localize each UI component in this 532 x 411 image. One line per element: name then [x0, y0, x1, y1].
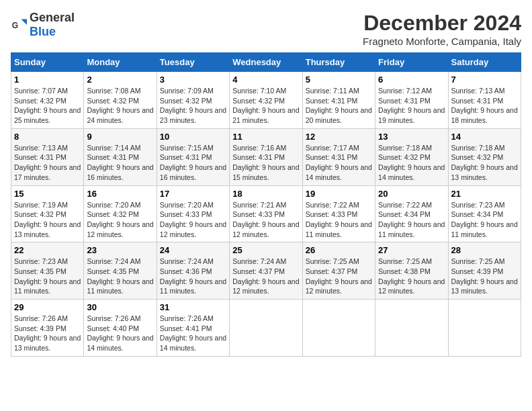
- day-info: Sunrise: 7:21 AMSunset: 4:33 PMDaylight:…: [232, 200, 299, 240]
- calendar-header-row: SundayMondayTuesdayWednesdayThursdayFrid…: [11, 53, 521, 72]
- day-header-monday: Monday: [84, 53, 157, 72]
- location-title: Fragneto Monforte, Campania, Italy: [363, 36, 521, 47]
- day-info: Sunrise: 7:26 AMSunset: 4:39 PMDaylight:…: [14, 314, 81, 353]
- day-number: 5: [306, 75, 372, 85]
- calendar-cell: 4Sunrise: 7:10 AMSunset: 4:32 PMDaylight…: [230, 72, 302, 129]
- day-info: Sunrise: 7:26 AMSunset: 4:40 PMDaylight:…: [87, 314, 153, 353]
- day-info: Sunrise: 7:25 AMSunset: 4:39 PMDaylight:…: [451, 257, 518, 296]
- day-info: Sunrise: 7:24 AMSunset: 4:35 PMDaylight:…: [87, 257, 153, 296]
- logo-blue: Blue: [30, 25, 56, 38]
- calendar-cell: 7Sunrise: 7:13 AMSunset: 4:31 PMDaylight…: [448, 72, 521, 129]
- calendar-cell: 24Sunrise: 7:24 AMSunset: 4:36 PMDayligh…: [157, 242, 229, 300]
- calendar-cell: [375, 300, 448, 357]
- logo-general: General: [30, 11, 75, 24]
- day-header-friday: Friday: [375, 53, 448, 72]
- day-number: 8: [14, 132, 81, 142]
- day-number: 24: [160, 245, 226, 255]
- day-number: 27: [378, 245, 445, 255]
- day-number: 26: [306, 245, 372, 255]
- calendar-cell: 13Sunrise: 7:18 AMSunset: 4:32 PMDayligh…: [375, 128, 448, 185]
- day-info: Sunrise: 7:24 AMSunset: 4:36 PMDaylight:…: [160, 257, 226, 296]
- calendar-cell: 10Sunrise: 7:15 AMSunset: 4:31 PMDayligh…: [157, 128, 229, 185]
- day-info: Sunrise: 7:12 AMSunset: 4:31 PMDaylight:…: [378, 86, 445, 126]
- calendar-cell: 20Sunrise: 7:22 AMSunset: 4:34 PMDayligh…: [375, 185, 448, 242]
- svg-text:G: G: [12, 21, 18, 30]
- calendar-cell: 26Sunrise: 7:25 AMSunset: 4:37 PMDayligh…: [302, 242, 375, 300]
- day-info: Sunrise: 7:11 AMSunset: 4:31 PMDaylight:…: [306, 86, 372, 126]
- week-row-4: 22Sunrise: 7:23 AMSunset: 4:35 PMDayligh…: [11, 242, 521, 300]
- calendar-cell: 28Sunrise: 7:25 AMSunset: 4:39 PMDayligh…: [448, 242, 521, 300]
- calendar-cell: 15Sunrise: 7:19 AMSunset: 4:32 PMDayligh…: [11, 185, 84, 242]
- day-number: 12: [306, 132, 372, 142]
- day-info: Sunrise: 7:13 AMSunset: 4:31 PMDaylight:…: [14, 143, 81, 183]
- calendar-cell: 17Sunrise: 7:20 AMSunset: 4:33 PMDayligh…: [157, 185, 229, 242]
- day-info: Sunrise: 7:26 AMSunset: 4:41 PMDaylight:…: [160, 314, 226, 353]
- day-number: 21: [451, 189, 518, 199]
- day-number: 20: [378, 189, 445, 199]
- day-info: Sunrise: 7:14 AMSunset: 4:31 PMDaylight:…: [87, 143, 153, 183]
- calendar-cell: 12Sunrise: 7:17 AMSunset: 4:31 PMDayligh…: [302, 128, 375, 185]
- day-info: Sunrise: 7:20 AMSunset: 4:33 PMDaylight:…: [160, 200, 226, 240]
- day-number: 13: [378, 132, 445, 142]
- day-number: 4: [232, 75, 299, 85]
- calendar-cell: [230, 300, 302, 357]
- logo-text: General Blue: [30, 11, 75, 39]
- calendar-cell: 22Sunrise: 7:23 AMSunset: 4:35 PMDayligh…: [11, 242, 84, 300]
- day-number: 29: [14, 302, 81, 312]
- day-info: Sunrise: 7:13 AMSunset: 4:31 PMDaylight:…: [451, 86, 518, 126]
- day-info: Sunrise: 7:15 AMSunset: 4:31 PMDaylight:…: [160, 143, 226, 183]
- day-number: 11: [232, 132, 299, 142]
- calendar-cell: 27Sunrise: 7:25 AMSunset: 4:38 PMDayligh…: [375, 242, 448, 300]
- day-info: Sunrise: 7:07 AMSunset: 4:32 PMDaylight:…: [14, 86, 81, 126]
- day-number: 3: [160, 75, 226, 85]
- day-number: 28: [451, 245, 518, 255]
- day-info: Sunrise: 7:20 AMSunset: 4:32 PMDaylight:…: [87, 200, 153, 240]
- calendar-cell: 16Sunrise: 7:20 AMSunset: 4:32 PMDayligh…: [84, 185, 157, 242]
- day-header-saturday: Saturday: [448, 53, 521, 72]
- logo: G General Blue: [11, 11, 75, 39]
- day-info: Sunrise: 7:23 AMSunset: 4:34 PMDaylight:…: [451, 200, 518, 240]
- calendar-cell: 2Sunrise: 7:08 AMSunset: 4:32 PMDaylight…: [84, 72, 157, 129]
- calendar-cell: [448, 300, 521, 357]
- day-number: 31: [160, 302, 226, 312]
- calendar-cell: 8Sunrise: 7:13 AMSunset: 4:31 PMDaylight…: [11, 128, 84, 185]
- week-row-2: 8Sunrise: 7:13 AMSunset: 4:31 PMDaylight…: [11, 128, 521, 185]
- calendar-cell: 29Sunrise: 7:26 AMSunset: 4:39 PMDayligh…: [11, 300, 84, 357]
- day-info: Sunrise: 7:22 AMSunset: 4:33 PMDaylight:…: [306, 200, 372, 240]
- calendar-cell: 30Sunrise: 7:26 AMSunset: 4:40 PMDayligh…: [84, 300, 157, 357]
- day-header-tuesday: Tuesday: [157, 53, 229, 72]
- calendar-cell: 18Sunrise: 7:21 AMSunset: 4:33 PMDayligh…: [230, 185, 302, 242]
- day-number: 2: [87, 75, 153, 85]
- logo-icon: G: [11, 17, 27, 33]
- month-title: December 2024: [363, 11, 521, 36]
- day-info: Sunrise: 7:25 AMSunset: 4:37 PMDaylight:…: [306, 257, 372, 296]
- title-area: December 2024 Fragneto Monforte, Campani…: [363, 11, 521, 47]
- calendar-cell: 19Sunrise: 7:22 AMSunset: 4:33 PMDayligh…: [302, 185, 375, 242]
- day-number: 7: [451, 75, 518, 85]
- day-info: Sunrise: 7:09 AMSunset: 4:32 PMDaylight:…: [160, 86, 226, 126]
- day-number: 18: [232, 189, 299, 199]
- day-info: Sunrise: 7:08 AMSunset: 4:32 PMDaylight:…: [87, 86, 153, 126]
- day-info: Sunrise: 7:22 AMSunset: 4:34 PMDaylight:…: [378, 200, 445, 240]
- calendar-cell: 23Sunrise: 7:24 AMSunset: 4:35 PMDayligh…: [84, 242, 157, 300]
- calendar-table: SundayMondayTuesdayWednesdayThursdayFrid…: [11, 52, 521, 357]
- svg-marker-1: [21, 19, 27, 25]
- day-number: 30: [87, 302, 153, 312]
- day-number: 9: [87, 132, 153, 142]
- day-number: 16: [87, 189, 153, 199]
- day-number: 10: [160, 132, 226, 142]
- calendar-cell: 9Sunrise: 7:14 AMSunset: 4:31 PMDaylight…: [84, 128, 157, 185]
- day-header-wednesday: Wednesday: [230, 53, 302, 72]
- week-row-5: 29Sunrise: 7:26 AMSunset: 4:39 PMDayligh…: [11, 300, 521, 357]
- day-number: 25: [232, 245, 299, 255]
- day-info: Sunrise: 7:10 AMSunset: 4:32 PMDaylight:…: [232, 86, 299, 126]
- calendar-body: 1Sunrise: 7:07 AMSunset: 4:32 PMDaylight…: [11, 72, 521, 357]
- day-info: Sunrise: 7:19 AMSunset: 4:32 PMDaylight:…: [14, 200, 81, 240]
- day-info: Sunrise: 7:18 AMSunset: 4:32 PMDaylight:…: [451, 143, 518, 183]
- week-row-3: 15Sunrise: 7:19 AMSunset: 4:32 PMDayligh…: [11, 185, 521, 242]
- day-number: 1: [14, 75, 81, 85]
- calendar-cell: [302, 300, 375, 357]
- calendar-cell: 14Sunrise: 7:18 AMSunset: 4:32 PMDayligh…: [448, 128, 521, 185]
- header: G General Blue December 2024 Fragneto Mo…: [11, 11, 521, 47]
- day-info: Sunrise: 7:17 AMSunset: 4:31 PMDaylight:…: [306, 143, 372, 183]
